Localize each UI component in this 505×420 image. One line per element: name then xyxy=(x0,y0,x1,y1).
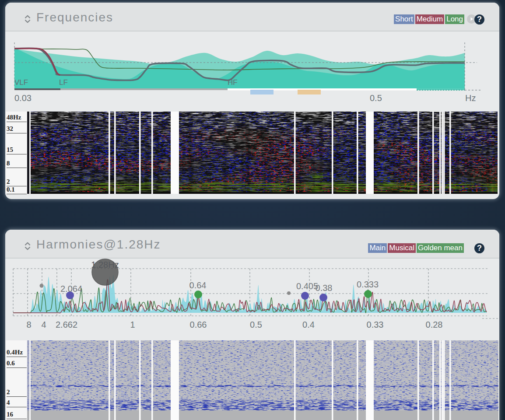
svg-text:HF: HF xyxy=(228,78,238,87)
svg-text:0.64: 0.64 xyxy=(189,280,207,290)
svg-text:0.33: 0.33 xyxy=(367,320,384,329)
svg-text:2.662: 2.662 xyxy=(56,320,77,329)
svg-text:0.03: 0.03 xyxy=(14,93,32,103)
svg-text:1: 1 xyxy=(130,320,135,329)
svg-text:Hz: Hz xyxy=(465,93,476,103)
svg-text:0.5: 0.5 xyxy=(250,320,262,329)
svg-text:8: 8 xyxy=(26,320,31,329)
svg-text:2.064: 2.064 xyxy=(60,284,82,294)
svg-text:0.38: 0.38 xyxy=(316,283,333,293)
svg-text:0.66: 0.66 xyxy=(190,320,207,329)
svg-text:0.5: 0.5 xyxy=(370,93,382,103)
svg-text:0.28: 0.28 xyxy=(426,320,443,329)
svg-text:0.4: 0.4 xyxy=(302,320,315,329)
svg-text:1.28Hz: 1.28Hz xyxy=(91,260,119,270)
svg-text:LF: LF xyxy=(59,78,68,87)
svg-text:VLF: VLF xyxy=(14,78,28,87)
svg-text:0.405: 0.405 xyxy=(296,281,318,291)
svg-text:0.333: 0.333 xyxy=(357,280,379,289)
svg-text:4: 4 xyxy=(41,320,46,329)
